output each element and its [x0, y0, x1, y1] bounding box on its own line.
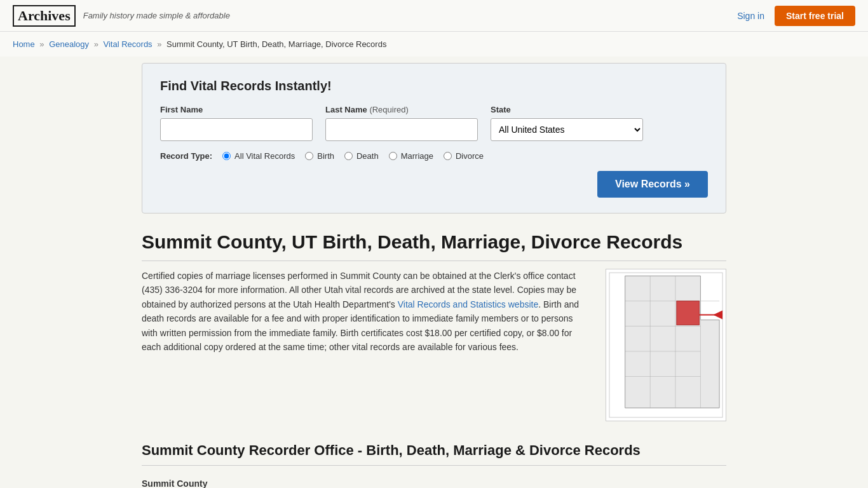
form-bottom-row: View Records » [160, 171, 708, 198]
radio-death[interactable]: Death [344, 151, 379, 161]
start-trial-button[interactable]: Start free trial [775, 6, 855, 26]
sign-in-link[interactable]: Sign in [737, 11, 764, 21]
radio-divorce[interactable]: Divorce [444, 151, 484, 161]
first-name-group: First Name [160, 105, 313, 141]
state-group: State All United StatesAlabamaAlaskaAriz… [491, 105, 643, 141]
breadcrumb-sep-1: » [39, 39, 44, 49]
content-text: Certified copies of marriage licenses pe… [142, 269, 590, 423]
radio-death-label: Death [356, 151, 379, 161]
radio-all-vital[interactable]: All Vital Records [222, 151, 295, 161]
breadcrumb-sep-2: » [94, 39, 98, 49]
content-section: Certified copies of marriage licenses pe… [142, 269, 726, 423]
page-title: Summit County, UT Birth, Death, Marriage… [142, 231, 726, 261]
last-name-group: Last Name (Required) [325, 105, 478, 141]
radio-all-input[interactable] [222, 152, 231, 160]
radio-marriage-label: Marriage [401, 151, 433, 161]
search-box-title: Find Vital Records Instantly! [160, 79, 708, 93]
form-row-inputs: First Name Last Name (Required) State Al… [160, 105, 708, 141]
radio-marriage-input[interactable] [389, 152, 397, 160]
map-container [606, 269, 726, 423]
header-left: Archives Family history made simple & af… [13, 5, 230, 27]
breadcrumb-sep-3: » [157, 39, 161, 49]
first-name-label: First Name [160, 105, 313, 114]
record-type-row: Record Type: All Vital Records Birth Dea… [160, 151, 708, 161]
main-content: Find Vital Records Instantly! First Name… [129, 57, 739, 488]
archives-logo: Archives [13, 5, 76, 27]
utah-map-svg [606, 269, 726, 421]
first-name-input[interactable] [160, 118, 313, 141]
radio-divorce-label: Divorce [456, 151, 484, 161]
radio-all-label: All Vital Records [234, 151, 295, 161]
record-type-label: Record Type: [160, 151, 212, 161]
svg-rect-9 [677, 301, 700, 325]
office-name: Summit County [142, 476, 726, 488]
header-right: Sign in Start free trial [737, 6, 855, 26]
radio-death-input[interactable] [344, 152, 353, 160]
breadcrumb-current: Summit County, UT Birth, Death, Marriage… [166, 39, 386, 49]
radio-divorce-input[interactable] [444, 152, 452, 160]
breadcrumb-home[interactable]: Home [13, 39, 35, 49]
breadcrumb-vital-records[interactable]: Vital Records [104, 39, 153, 49]
state-select[interactable]: All United StatesAlabamaAlaskaArizonaArk… [491, 118, 643, 141]
last-name-input[interactable] [325, 118, 478, 141]
office-info: Summit County PO Box 128 Coalville, UT 8… [142, 476, 726, 488]
search-box: Find Vital Records Instantly! First Name… [142, 63, 726, 214]
last-name-label: Last Name (Required) [325, 105, 478, 114]
office-section-title: Summit County Recorder Office - Birth, D… [142, 442, 726, 466]
vital-records-link[interactable]: Vital Records and Statistics website [398, 299, 539, 309]
breadcrumb: Home » Genealogy » Vital Records » Summi… [0, 32, 868, 57]
radio-birth-input[interactable] [305, 152, 313, 160]
required-indicator: (Required) [369, 105, 408, 114]
radio-birth-label: Birth [317, 151, 334, 161]
radio-marriage[interactable]: Marriage [389, 151, 433, 161]
breadcrumb-genealogy[interactable]: Genealogy [49, 39, 89, 49]
page-header: Archives Family history made simple & af… [0, 0, 868, 32]
view-records-button[interactable]: View Records » [597, 171, 708, 198]
state-label: State [491, 105, 643, 114]
content-paragraph: Certified copies of marriage licenses pe… [142, 269, 590, 354]
header-tagline: Family history made simple & affordable [83, 11, 230, 20]
radio-birth[interactable]: Birth [305, 151, 334, 161]
